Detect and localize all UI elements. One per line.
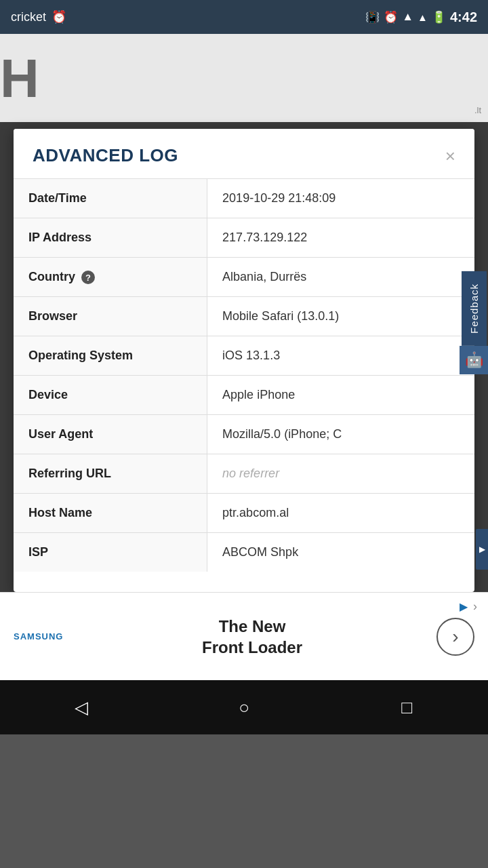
scroll-button[interactable]: ▶	[476, 529, 488, 570]
signal-icon: ▲	[418, 12, 428, 23]
chevron-right-icon: ▶	[479, 545, 485, 554]
modal-title: ADVANCED LOG	[33, 145, 178, 166]
home-icon: ○	[239, 697, 249, 718]
ad-cta-button[interactable]: ›	[436, 618, 474, 656]
row-value-isp: ABCOM Shpk	[207, 533, 474, 572]
row-value-browser: Mobile Safari (13.0.1)	[207, 297, 474, 336]
ad-chevron-icon: ›	[473, 599, 477, 614]
row-label-os: Operating System	[14, 336, 207, 376]
back-button[interactable]: ◁	[61, 687, 102, 728]
row-value-referrer: no referrer	[207, 454, 474, 494]
info-table: Date/Time 2019-10-29 21:48:09 IP Address…	[14, 179, 474, 572]
row-value-os: iOS 13.1.3	[207, 336, 474, 376]
table-row: Referring URL no referrer	[14, 454, 474, 494]
ad-play-icon[interactable]: ▶	[460, 600, 468, 613]
row-value-datetime: 2019-10-29 21:48:09	[207, 179, 474, 218]
status-right: 📳 ⏰ ▲ ▲ 🔋 4:42	[365, 9, 477, 25]
status-left: cricket ⏰	[11, 9, 66, 24]
table-row: User Agent Mozilla/5.0 (iPhone; C	[14, 415, 474, 454]
battery-icon: 🔋	[432, 10, 446, 24]
table-row: Device Apple iPhone	[14, 376, 474, 415]
row-value-ip: 217.73.129.122	[207, 218, 474, 258]
home-button[interactable]: ○	[224, 687, 264, 728]
alarm-status-icon: ⏰	[384, 10, 398, 24]
recents-button[interactable]: □	[386, 687, 427, 728]
row-label-device: Device	[14, 376, 207, 415]
vibrate-icon: 📳	[365, 10, 380, 24]
row-value-device: Apple iPhone	[207, 376, 474, 415]
status-time: 4:42	[450, 9, 477, 25]
ad-arrow-icon: ›	[452, 626, 458, 648]
close-button[interactable]: ×	[445, 147, 455, 165]
info-icon[interactable]: ?	[81, 271, 95, 284]
background-page: H .lt	[0, 34, 488, 122]
modal-backdrop: ADVANCED LOG × Date/Time 2019-10-29 21:4…	[0, 122, 488, 592]
bg-text: .lt	[474, 105, 481, 115]
chat-bot-icon: 🤖	[465, 351, 483, 369]
table-row: Browser Mobile Safari (13.0.1)	[14, 297, 474, 336]
row-label-datetime: Date/Time	[14, 179, 207, 218]
feedback-panel: Feedback 🤖	[460, 271, 488, 374]
table-row: IP Address 217.73.129.122	[14, 218, 474, 258]
row-value-hostname: ptr.abcom.al	[207, 494, 474, 533]
row-label-hostname: Host Name	[14, 494, 207, 533]
row-value-country: Albania, Durrës	[207, 258, 474, 297]
table-row: ISP ABCOM Shpk	[14, 533, 474, 572]
advanced-log-modal: ADVANCED LOG × Date/Time 2019-10-29 21:4…	[14, 129, 474, 592]
alarm-icon: ⏰	[52, 9, 66, 24]
table-row: Country ? Albania, Durrës	[14, 258, 474, 297]
table-row: Operating System iOS 13.1.3	[14, 336, 474, 376]
ad-logo: SAMSUNG	[14, 631, 68, 642]
recents-icon: □	[401, 697, 412, 718]
table-row: Date/Time 2019-10-29 21:48:09	[14, 179, 474, 218]
table-row: Host Name ptr.abcom.al	[14, 494, 474, 533]
modal-header: ADVANCED LOG ×	[14, 129, 474, 179]
row-label-useragent: User Agent	[14, 415, 207, 454]
back-icon: ◁	[75, 697, 88, 718]
status-bar: cricket ⏰ 📳 ⏰ ▲ ▲ 🔋 4:42	[0, 0, 488, 34]
modal-footer-space	[14, 572, 474, 592]
row-label-browser: Browser	[14, 297, 207, 336]
row-label-referrer: Referring URL	[14, 454, 207, 494]
ad-controls: ▶ ›	[460, 599, 477, 614]
ad-text: The New Front Loader	[81, 616, 423, 658]
ad-banner: SAMSUNG The New Front Loader › ▶ ›	[0, 592, 488, 680]
wifi-icon: ▲	[402, 10, 413, 24]
bg-letter: H	[0, 47, 39, 110]
carrier-label: cricket	[11, 10, 46, 24]
row-value-useragent: Mozilla/5.0 (iPhone; C	[207, 415, 474, 454]
row-label-ip: IP Address	[14, 218, 207, 258]
bottom-nav-bar: ◁ ○ □	[0, 680, 488, 734]
feedback-button[interactable]: Feedback	[462, 271, 487, 346]
feedback-chat-icon[interactable]: 🤖	[460, 346, 488, 374]
row-label-isp: ISP	[14, 533, 207, 572]
row-label-country: Country ?	[14, 258, 207, 297]
